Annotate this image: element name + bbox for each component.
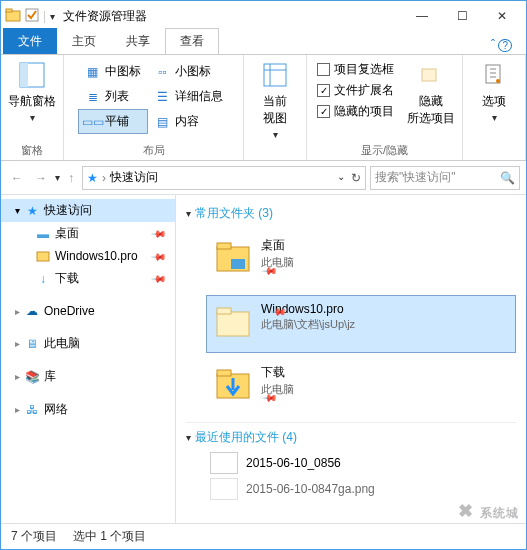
main-pane: ▾ 常用文件夹 (3) 桌面 此电脑 📌 Windows10.pro 此电脑\文… <box>176 195 526 523</box>
maximize-button[interactable]: ☐ <box>442 4 482 28</box>
recent-file-1[interactable]: 2015-06-10-0847ga.png <box>186 476 516 502</box>
content-area: ▾ ★ 快速访问 ▬ 桌面 📌 Windows10.pro 📌 ↓ 下载 📌 <box>1 195 526 523</box>
up-button[interactable]: ↑ <box>64 171 78 185</box>
status-selected: 选中 1 个项目 <box>73 528 146 545</box>
checkbox-icon <box>317 63 330 76</box>
svg-rect-8 <box>422 69 436 81</box>
layout-options: ▦中图标 ▫▫小图标 ≣列表 ☰详细信息 ▭▭平铺 ▤内容 <box>78 59 230 134</box>
hide-icon <box>415 59 447 91</box>
recent-file-0[interactable]: 2015-06-10_0856 <box>186 450 516 476</box>
group-label-showhide: 显示/隐藏 <box>361 141 408 158</box>
close-button[interactable]: ✕ <box>482 4 522 28</box>
qat-dropdown-icon[interactable]: ▾ <box>50 11 55 22</box>
expand-icon[interactable]: ▸ <box>15 306 20 317</box>
qat-checkbox-icon[interactable] <box>25 8 39 25</box>
svg-rect-5 <box>264 64 286 86</box>
chevron-down-icon: ▾ <box>492 112 497 123</box>
desktop-icon: ▬ <box>35 226 51 242</box>
ribbon-group-panes: 导航窗格 ▾ 窗格 <box>1 55 64 160</box>
address-dropdown-icon[interactable]: ⌄ <box>337 171 345 185</box>
tree-thispc[interactable]: ▸ 🖥 此电脑 <box>1 332 175 355</box>
current-view-button[interactable]: 当前 视图 ▾ <box>250 59 300 140</box>
layout-content[interactable]: ▤内容 <box>148 109 230 134</box>
tree-network[interactable]: ▸ 🖧 网络 <box>1 398 175 421</box>
frequent-folders-header[interactable]: ▾ 常用文件夹 (3) <box>186 201 516 226</box>
downloads-icon: ↓ <box>35 271 51 287</box>
recent-files-header[interactable]: ▾ 最近使用的文件 (4) <box>186 425 516 450</box>
pin-icon: 📌 <box>151 225 167 241</box>
pin-icon: 📌 <box>151 270 167 286</box>
tree-desktop[interactable]: ▬ 桌面 📌 <box>1 222 175 245</box>
hide-selected-button[interactable]: 隐藏 所选项目 <box>406 59 456 127</box>
nav-pane-icon <box>16 59 48 91</box>
statusbar: 7 个项目 选中 1 个项目 <box>1 523 526 549</box>
checkbox-item-checkboxes[interactable]: 项目复选框 <box>313 59 398 80</box>
image-thumb-icon <box>210 452 238 474</box>
back-button[interactable]: ← <box>7 171 27 185</box>
svg-rect-18 <box>217 370 231 376</box>
forward-button[interactable]: → <box>31 171 51 185</box>
tree-windows10pro[interactable]: Windows10.pro 📌 <box>1 245 175 267</box>
search-icon: 🔍 <box>500 171 515 185</box>
star-icon: ★ <box>24 203 40 219</box>
layout-details[interactable]: ☰详细信息 <box>148 84 230 109</box>
checkbox-file-ext[interactable]: ✓文件扩展名 <box>313 80 398 101</box>
svg-rect-4 <box>20 63 28 87</box>
chevron-down-icon: ▾ <box>30 112 35 123</box>
checkbox-icon: ✓ <box>317 105 330 118</box>
address-location[interactable]: 快速访问 <box>110 169 158 186</box>
tile-sub: 此电脑\文档\jsUp\jz <box>261 317 355 332</box>
tile-name: 下载 <box>261 364 294 381</box>
explorer-icon <box>5 7 21 26</box>
tile-windows10pro[interactable]: Windows10.pro 此电脑\文档\jsUp\jz 📌 <box>206 295 516 353</box>
layout-medium-icons[interactable]: ▦中图标 <box>78 59 148 84</box>
content-icon: ▤ <box>155 114 171 130</box>
layout-tiles[interactable]: ▭▭平铺 <box>78 109 148 134</box>
image-thumb-icon <box>210 478 238 500</box>
collapse-icon: ▾ <box>186 208 191 219</box>
expand-icon[interactable]: ▾ <box>15 205 20 216</box>
tab-home[interactable]: 主页 <box>57 28 111 54</box>
window-title: 文件资源管理器 <box>63 8 402 25</box>
layout-small-icons[interactable]: ▫▫小图标 <box>148 59 230 84</box>
expand-icon[interactable]: ▸ <box>15 371 20 382</box>
svg-rect-16 <box>217 308 231 314</box>
search-input[interactable]: 搜索"快速访问" 🔍 <box>370 166 520 190</box>
quick-access-star-icon: ★ <box>87 171 98 185</box>
tab-share[interactable]: 共享 <box>111 28 165 54</box>
expand-icon[interactable]: ▸ <box>15 404 20 415</box>
tile-downloads[interactable]: 下载 此电脑 📌 <box>206 357 516 418</box>
layout-list[interactable]: ≣列表 <box>78 84 148 109</box>
nav-pane-button[interactable]: 导航窗格 ▾ <box>7 59 57 123</box>
refresh-button[interactable]: ↻ <box>351 171 361 185</box>
minimize-button[interactable]: — <box>402 4 442 28</box>
checkbox-hidden-items[interactable]: ✓隐藏的项目 <box>313 101 398 122</box>
pc-icon: 🖥 <box>24 336 40 352</box>
list-icon: ≣ <box>85 89 101 105</box>
desktop-folder-icon <box>213 237 253 277</box>
tile-desktop[interactable]: 桌面 此电脑 📌 <box>206 230 516 291</box>
tree-quick-access[interactable]: ▾ ★ 快速访问 <box>1 199 175 222</box>
watermark: ✖ 系统城 <box>458 500 519 522</box>
ribbon-group-current-view: 当前 视图 ▾ <box>244 55 307 160</box>
tree-onedrive[interactable]: ▸ ☁ OneDrive <box>1 300 175 322</box>
tree-downloads[interactable]: ↓ 下载 📌 <box>1 267 175 290</box>
folder-icon <box>35 248 51 264</box>
status-total: 7 个项目 <box>11 528 57 545</box>
tab-view[interactable]: 查看 <box>165 28 219 54</box>
search-placeholder: 搜索"快速访问" <box>375 169 456 186</box>
expand-icon[interactable]: ▸ <box>15 338 20 349</box>
explorer-window: | ▾ 文件资源管理器 — ☐ ✕ 文件 主页 共享 查看 ˆ ? 导航窗格 ▾… <box>0 0 527 550</box>
history-dropdown[interactable]: ▾ <box>55 172 60 183</box>
tree-libraries[interactable]: ▸ 📚 库 <box>1 365 175 388</box>
titlebar: | ▾ 文件资源管理器 — ☐ ✕ <box>1 1 526 31</box>
address-bar[interactable]: ★ › 快速访问 ⌄ ↻ <box>82 166 366 190</box>
svg-rect-11 <box>37 252 49 261</box>
group-label-layout: 布局 <box>143 141 165 158</box>
ribbon-help-button[interactable]: ˆ ? <box>485 36 518 54</box>
onedrive-icon: ☁ <box>24 303 40 319</box>
current-view-icon <box>259 59 291 91</box>
options-button[interactable]: 选项 ▾ <box>469 59 519 123</box>
group-label-panes: 窗格 <box>21 141 43 158</box>
tab-file[interactable]: 文件 <box>3 28 57 54</box>
